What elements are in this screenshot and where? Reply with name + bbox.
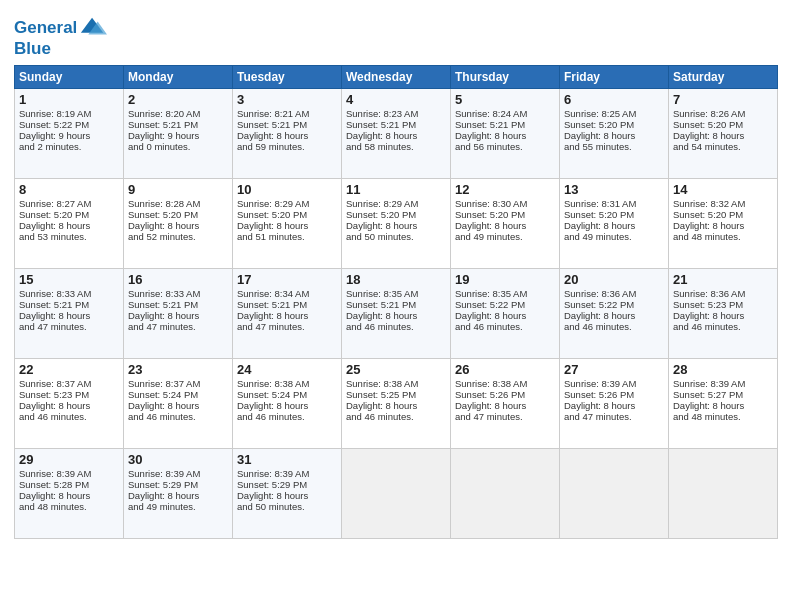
day-info-line: Sunrise: 8:39 AM: [673, 378, 773, 389]
day-info-line: and 46 minutes.: [346, 411, 446, 422]
calendar-cell: 7Sunrise: 8:26 AMSunset: 5:20 PMDaylight…: [669, 88, 778, 178]
day-info-line: and 53 minutes.: [19, 231, 119, 242]
calendar-cell: 21Sunrise: 8:36 AMSunset: 5:23 PMDayligh…: [669, 268, 778, 358]
day-info-line: Daylight: 8 hours: [673, 130, 773, 141]
day-info-line: Daylight: 8 hours: [564, 130, 664, 141]
day-info-line: Daylight: 8 hours: [19, 400, 119, 411]
day-info-line: Sunset: 5:22 PM: [564, 299, 664, 310]
calendar-cell: 11Sunrise: 8:29 AMSunset: 5:20 PMDayligh…: [342, 178, 451, 268]
day-info-line: Daylight: 8 hours: [455, 310, 555, 321]
day-info-line: Daylight: 8 hours: [455, 220, 555, 231]
header: General Blue: [14, 10, 778, 59]
calendar-week-4: 22Sunrise: 8:37 AMSunset: 5:23 PMDayligh…: [15, 358, 778, 448]
day-info-line: and 46 minutes.: [128, 411, 228, 422]
day-info-line: Sunrise: 8:33 AM: [19, 288, 119, 299]
day-info-line: Sunset: 5:20 PM: [19, 209, 119, 220]
day-number: 1: [19, 92, 119, 107]
day-info-line: and 46 minutes.: [237, 411, 337, 422]
day-header-tuesday: Tuesday: [233, 65, 342, 88]
calendar-cell: 20Sunrise: 8:36 AMSunset: 5:22 PMDayligh…: [560, 268, 669, 358]
day-info-line: and 48 minutes.: [673, 411, 773, 422]
day-info-line: Sunset: 5:21 PM: [128, 299, 228, 310]
day-info-line: and 46 minutes.: [455, 321, 555, 332]
day-number: 18: [346, 272, 446, 287]
day-info-line: and 47 minutes.: [237, 321, 337, 332]
day-info-line: Sunrise: 8:39 AM: [564, 378, 664, 389]
day-info-line: and 46 minutes.: [673, 321, 773, 332]
day-info-line: and 2 minutes.: [19, 141, 119, 152]
day-info-line: Daylight: 8 hours: [346, 310, 446, 321]
day-info-line: and 0 minutes.: [128, 141, 228, 152]
logo-text2: Blue: [14, 40, 107, 59]
day-info-line: Sunset: 5:20 PM: [564, 119, 664, 130]
day-info-line: Sunrise: 8:39 AM: [237, 468, 337, 479]
day-info-line: Daylight: 8 hours: [455, 400, 555, 411]
day-info-line: and 46 minutes.: [19, 411, 119, 422]
day-info-line: Sunrise: 8:28 AM: [128, 198, 228, 209]
day-info-line: and 49 minutes.: [564, 231, 664, 242]
logo-text: General: [14, 19, 77, 38]
calendar-cell: 24Sunrise: 8:38 AMSunset: 5:24 PMDayligh…: [233, 358, 342, 448]
day-info-line: and 59 minutes.: [237, 141, 337, 152]
day-info-line: and 47 minutes.: [128, 321, 228, 332]
day-info-line: Sunset: 5:20 PM: [673, 119, 773, 130]
day-number: 28: [673, 362, 773, 377]
day-info-line: Daylight: 8 hours: [237, 310, 337, 321]
calendar-cell: 15Sunrise: 8:33 AMSunset: 5:21 PMDayligh…: [15, 268, 124, 358]
day-info-line: and 49 minutes.: [128, 501, 228, 512]
day-info-line: Daylight: 9 hours: [19, 130, 119, 141]
day-number: 14: [673, 182, 773, 197]
page-container: General Blue SundayMondayTuesdayWednesda…: [0, 0, 792, 612]
day-info-line: Daylight: 8 hours: [128, 220, 228, 231]
day-number: 26: [455, 362, 555, 377]
day-info-line: and 58 minutes.: [346, 141, 446, 152]
calendar-cell: 28Sunrise: 8:39 AMSunset: 5:27 PMDayligh…: [669, 358, 778, 448]
calendar-cell: [560, 448, 669, 538]
day-info-line: Sunrise: 8:37 AM: [19, 378, 119, 389]
day-info-line: Sunset: 5:29 PM: [237, 479, 337, 490]
day-info-line: Sunrise: 8:24 AM: [455, 108, 555, 119]
day-info-line: Sunset: 5:20 PM: [346, 209, 446, 220]
day-number: 10: [237, 182, 337, 197]
day-number: 13: [564, 182, 664, 197]
day-number: 8: [19, 182, 119, 197]
day-number: 5: [455, 92, 555, 107]
day-info-line: Sunrise: 8:26 AM: [673, 108, 773, 119]
day-number: 11: [346, 182, 446, 197]
logo-icon: [79, 14, 107, 42]
day-info-line: Daylight: 8 hours: [19, 490, 119, 501]
day-info-line: Sunset: 5:29 PM: [128, 479, 228, 490]
day-info-line: and 52 minutes.: [128, 231, 228, 242]
day-info-line: Sunset: 5:26 PM: [455, 389, 555, 400]
day-info-line: and 47 minutes.: [19, 321, 119, 332]
day-info-line: Daylight: 8 hours: [346, 220, 446, 231]
day-number: 7: [673, 92, 773, 107]
day-number: 6: [564, 92, 664, 107]
day-info-line: and 54 minutes.: [673, 141, 773, 152]
calendar-cell: 17Sunrise: 8:34 AMSunset: 5:21 PMDayligh…: [233, 268, 342, 358]
calendar-cell: 1Sunrise: 8:19 AMSunset: 5:22 PMDaylight…: [15, 88, 124, 178]
day-info-line: Sunrise: 8:35 AM: [346, 288, 446, 299]
day-info-line: and 46 minutes.: [346, 321, 446, 332]
day-info-line: Sunrise: 8:20 AM: [128, 108, 228, 119]
day-info-line: Sunset: 5:20 PM: [564, 209, 664, 220]
day-info-line: and 51 minutes.: [237, 231, 337, 242]
day-info-line: Daylight: 8 hours: [673, 220, 773, 231]
day-info-line: Sunset: 5:21 PM: [346, 119, 446, 130]
calendar-cell: 8Sunrise: 8:27 AMSunset: 5:20 PMDaylight…: [15, 178, 124, 268]
day-info-line: Daylight: 8 hours: [564, 220, 664, 231]
day-info-line: Sunset: 5:20 PM: [237, 209, 337, 220]
calendar-cell: 5Sunrise: 8:24 AMSunset: 5:21 PMDaylight…: [451, 88, 560, 178]
day-header-thursday: Thursday: [451, 65, 560, 88]
day-number: 3: [237, 92, 337, 107]
day-info-line: Daylight: 8 hours: [237, 220, 337, 231]
day-info-line: and 50 minutes.: [237, 501, 337, 512]
calendar-cell: 23Sunrise: 8:37 AMSunset: 5:24 PMDayligh…: [124, 358, 233, 448]
calendar-cell: 2Sunrise: 8:20 AMSunset: 5:21 PMDaylight…: [124, 88, 233, 178]
day-info-line: Daylight: 8 hours: [19, 220, 119, 231]
day-info-line: Sunrise: 8:33 AM: [128, 288, 228, 299]
calendar-cell: 3Sunrise: 8:21 AMSunset: 5:21 PMDaylight…: [233, 88, 342, 178]
day-info-line: Sunset: 5:25 PM: [346, 389, 446, 400]
day-number: 9: [128, 182, 228, 197]
day-number: 22: [19, 362, 119, 377]
